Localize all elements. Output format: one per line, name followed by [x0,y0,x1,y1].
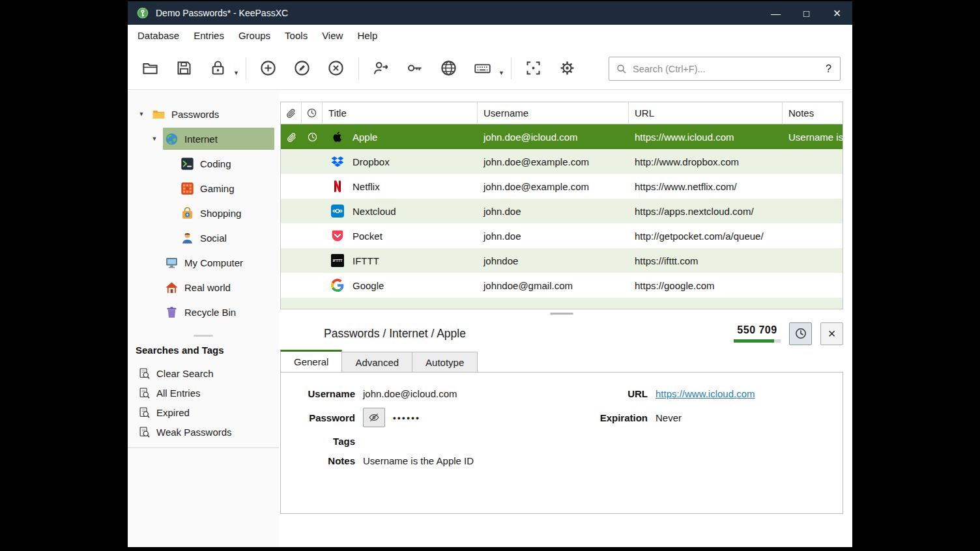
url-link[interactable]: https://www.icloud.com [656,388,755,399]
group-coding[interactable]: Coding [128,151,279,176]
url-cell: https://www.icloud.com [629,124,783,149]
search-icon [616,63,627,75]
tab-autotype[interactable]: Autotype [412,352,478,373]
group-social[interactable]: Social [128,225,279,250]
notes-cell [783,273,843,298]
totp-cell [302,149,323,174]
entry-row-google[interactable]: Googlejohndoe@gmail.comhttps://google.co… [281,273,843,298]
group-row: Coding [179,152,274,175]
password-generator-button[interactable] [519,54,548,83]
password-dots: •••••• [393,413,420,423]
entry-username: john.doe@example.com [483,156,589,167]
saved-search-label: All Entries [156,388,201,399]
group-gaming[interactable]: Gaming [128,176,279,201]
attachment-cell [281,149,302,174]
close-preview-button[interactable]: × [820,322,843,345]
copy-url-button[interactable] [435,54,463,83]
tab-advanced[interactable]: Advanced [342,352,412,373]
saved-search-icon [138,387,151,399]
saved-search-all-entries[interactable]: All Entries [128,383,279,403]
add-entry-button[interactable] [254,54,283,83]
entry-username: johndoe [483,255,518,266]
delete-entry-button[interactable] [322,54,351,83]
edit-entry-button[interactable] [288,54,317,83]
entry-title: Apple [353,132,377,143]
menu-tools[interactable]: Tools [278,25,315,47]
maximize-button[interactable]: □ [791,1,822,25]
open-database-button[interactable] [136,54,164,83]
settings-button[interactable] [553,54,582,83]
url-cell: https://ifttt.com [629,248,783,273]
group-label: Coding [200,158,231,169]
menu-entries[interactable]: Entries [186,25,231,47]
splitter-handle-icon [550,313,573,315]
saved-search-weak-passwords[interactable]: Weak Passwords [128,422,279,442]
entry-row-ifttt[interactable]: IFTTTIFTTTjohndoehttps://ifttt.com [281,248,843,273]
pocket-icon [331,229,344,242]
title-cell: Nextcloud [323,199,478,223]
group-real-world[interactable]: Real world [128,275,279,300]
group-label: Real world [184,282,231,293]
entry-username: john.doe@example.com [483,181,589,192]
entry-title: Google [353,280,384,291]
autotype-button[interactable] [468,54,497,83]
menu-database[interactable]: Database [130,25,186,47]
entry-row-apple[interactable]: Applejohn.doe@icloud.comhttps://www.iclo… [281,124,843,149]
entry-title: IFTTT [353,255,379,266]
url-column-header[interactable]: URL [629,102,783,124]
computer-icon [165,256,179,270]
saved-search-expired[interactable]: Expired [128,403,279,422]
group-recycle-bin[interactable]: Recycle Bin [128,300,279,324]
saved-search-icon [138,367,151,380]
entry-row-pocket[interactable]: Pocketjohn.doehttp://getpocket.com/a/que… [281,223,843,248]
expand-arrow-icon[interactable]: ▼ [146,135,163,142]
username-column-header[interactable]: Username [478,102,629,124]
entry-row-dropbox[interactable]: Dropboxjohn.doe@example.comhttp://www.dr… [281,149,843,174]
saved-search-icon [138,406,151,419]
minimize-button[interactable]: — [760,1,791,25]
username-cell: johndoe@gmail.com [478,273,629,298]
search-input[interactable] [633,64,817,74]
keepassxc-window: Demo Passwords* - KeePassXC — □ × Databa… [128,1,852,547]
trash-icon [165,305,179,319]
lock-databases-button[interactable] [203,54,232,83]
menu-groups[interactable]: Groups [231,25,278,47]
menu-view[interactable]: View [315,25,350,47]
close-button[interactable]: × [822,1,852,25]
window-title: Demo Passwords* - KeePassXC [156,8,288,18]
expand-arrow-icon[interactable]: ▼ [133,111,150,117]
totp-toggle-button[interactable] [789,322,812,345]
panel-splitter[interactable] [280,309,843,317]
totp-cell [302,124,323,149]
lock-dropdown-caret-icon[interactable]: ▼ [233,70,239,76]
search-help-button[interactable]: ? [817,63,840,75]
sidebar-splitter-handle[interactable] [194,335,213,337]
totp-column-header[interactable] [302,102,323,124]
entry-username: john.doe [483,206,521,217]
globe-icon [165,132,179,146]
notes-column-header[interactable]: Notes [783,102,843,124]
menu-help[interactable]: Help [350,25,384,47]
entry-url: https://ifttt.com [635,255,699,266]
save-database-button[interactable] [169,54,198,83]
title-cell: Dropbox [323,149,478,174]
attachment-column-header[interactable] [281,102,302,124]
saved-search-clear-search[interactable]: Clear Search [128,363,279,383]
entry-row-netflix[interactable]: Netflixjohn.doe@example.comhttps://www.n… [281,174,843,199]
autotype-dropdown-caret-icon[interactable]: ▼ [498,70,504,76]
group-row: Real world [163,276,274,298]
group-tree: ▼Passwords▼InternetCodingGamingShoppingS… [128,102,279,324]
group-internet[interactable]: ▼Internet [128,126,279,151]
totp-code: 550 709 [737,324,777,336]
shopping-icon [180,206,194,220]
breadcrumb: Passwords / Internet / Apple [324,327,466,341]
group-shopping[interactable]: Shopping [128,201,279,225]
title-column-header[interactable]: Title [323,102,478,124]
password-reveal-button[interactable] [363,408,385,427]
group-passwords[interactable]: ▼Passwords [128,102,279,126]
copy-username-button[interactable] [367,54,396,83]
entry-row-nextcloud[interactable]: Nextcloudjohn.doehttps://apps.nextcloud.… [281,199,843,223]
tab-general[interactable]: General [280,350,342,373]
group-my-computer[interactable]: My Computer [128,250,279,275]
copy-password-button[interactable] [401,54,429,83]
